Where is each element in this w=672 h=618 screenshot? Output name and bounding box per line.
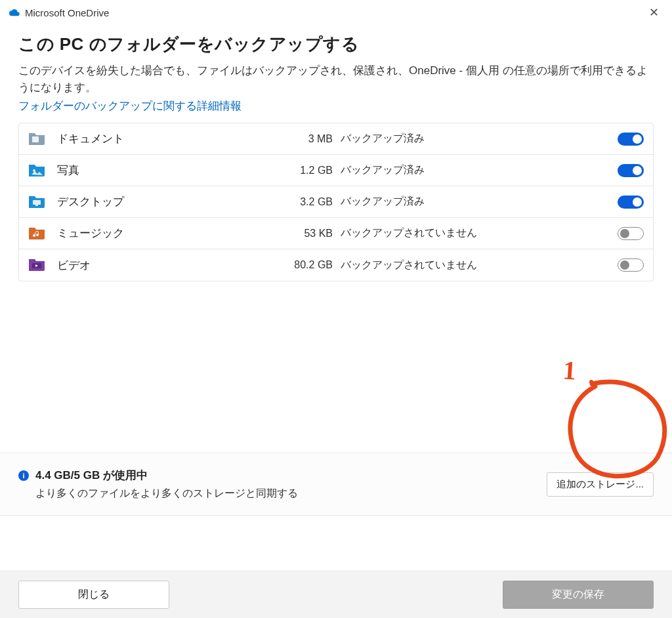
svg-point-1 bbox=[33, 169, 35, 172]
storage-panel: i 4.4 GB/5 GB が使用中 より多くのファイルをより多くのストレージと… bbox=[0, 453, 672, 516]
folder-status: バックアップされていません bbox=[341, 226, 618, 240]
page-description: このデバイスを紛失した場合でも、ファイルはバックアップされ、保護され、OneDr… bbox=[18, 62, 654, 96]
folder-icon-videos bbox=[28, 257, 57, 274]
folder-icon-desktop bbox=[28, 194, 57, 211]
close-dialog-button[interactable]: 閉じる bbox=[18, 581, 169, 609]
page-heading: この PC のフォルダーをバックアップする bbox=[18, 33, 654, 56]
toggle-desktop[interactable] bbox=[618, 196, 644, 209]
folder-row-documents: ドキュメント 3 MB バックアップ済み bbox=[19, 123, 653, 155]
folder-name: ミュージック bbox=[57, 226, 274, 241]
folder-list: ドキュメント 3 MB バックアップ済み 写真 1.2 GB バックアップ済み … bbox=[18, 123, 654, 281]
cloud-icon bbox=[9, 7, 20, 18]
folder-size: 3.2 GB bbox=[274, 196, 333, 208]
close-button[interactable]: ✕ bbox=[642, 4, 665, 21]
folder-size: 80.2 GB bbox=[274, 259, 333, 271]
app-title: Microsoft OneDrive bbox=[25, 7, 109, 18]
svg-rect-2 bbox=[33, 200, 41, 205]
storage-usage-title: 4.4 GB/5 GB が使用中 bbox=[35, 468, 148, 483]
toggle-videos[interactable] bbox=[618, 258, 644, 272]
toggle-pictures[interactable] bbox=[618, 164, 644, 177]
folder-status: バックアップ済み bbox=[341, 195, 618, 209]
folder-row-desktop: デスクトップ 3.2 GB バックアップ済み bbox=[19, 186, 653, 218]
learn-more-link[interactable]: フォルダーのバックアップに関する詳細情報 bbox=[18, 98, 242, 113]
annotation-number: 1 bbox=[562, 354, 577, 386]
folder-size: 53 KB bbox=[274, 228, 333, 239]
info-icon: i bbox=[18, 470, 29, 481]
annotation-dot bbox=[589, 380, 593, 384]
folder-size: 3 MB bbox=[274, 133, 333, 145]
save-changes-button[interactable]: 変更の保存 bbox=[503, 581, 654, 609]
folder-size: 1.2 GB bbox=[274, 165, 333, 176]
folder-row-pictures: 写真 1.2 GB バックアップ済み bbox=[19, 155, 653, 186]
title-bar: Microsoft OneDrive ✕ bbox=[0, 0, 672, 25]
folder-name: デスクトップ bbox=[57, 194, 274, 209]
folder-status: バックアップ済み bbox=[341, 132, 618, 146]
folder-name: 写真 bbox=[57, 163, 274, 178]
get-more-storage-button[interactable]: 追加のストレージ... bbox=[547, 472, 654, 497]
folder-icon-pictures bbox=[28, 162, 57, 179]
folder-name: ドキュメント bbox=[57, 131, 274, 146]
toggle-music[interactable] bbox=[618, 227, 644, 240]
folder-row-videos: ビデオ 80.2 GB バックアップされていません bbox=[19, 249, 653, 281]
storage-subtitle: より多くのファイルをより多くのストレージと同期する bbox=[35, 487, 298, 501]
folder-status: バックアップ済み bbox=[341, 163, 618, 177]
folder-status: バックアップされていません bbox=[341, 258, 618, 272]
folder-name: ビデオ bbox=[57, 258, 274, 273]
svg-rect-0 bbox=[32, 136, 39, 142]
toggle-documents[interactable] bbox=[618, 133, 644, 146]
svg-rect-3 bbox=[35, 205, 38, 206]
folder-row-music: ミュージック 53 KB バックアップされていません bbox=[19, 218, 653, 249]
folder-icon-documents bbox=[28, 131, 57, 148]
dialog-footer: 閉じる 変更の保存 bbox=[0, 571, 672, 618]
folder-icon-music bbox=[28, 225, 57, 242]
